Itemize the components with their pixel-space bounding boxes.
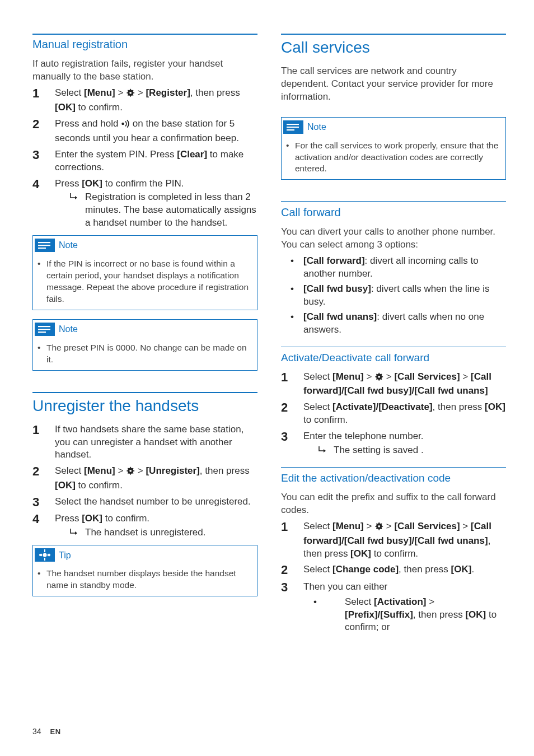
intro-text: If auto registration fails, register you… <box>32 58 257 83</box>
t: , then press <box>200 465 250 476</box>
step-1: 1 Select [Menu] > > [Register], then pre… <box>32 87 257 114</box>
note-icon <box>33 238 57 253</box>
gear-icon <box>126 88 135 101</box>
key-ref: [OK] <box>451 564 472 575</box>
t: > <box>460 371 471 382</box>
callout-body: If the PIN is incorrect or no base is fo… <box>33 255 257 310</box>
step-3: 3 Enter the system PIN. Press [Clear] to… <box>32 148 257 174</box>
page-number: 34 <box>32 727 41 736</box>
key-ref: [OK] <box>465 609 486 620</box>
callout-head: Tip <box>33 545 257 564</box>
t: Select <box>303 371 332 382</box>
t: Select <box>303 521 332 531</box>
menu-ref: [Menu] <box>84 465 115 476</box>
gear-icon <box>374 372 383 385</box>
step-number: 1 <box>281 520 303 534</box>
step-2: 2 Press and hold on the base station for… <box>32 118 257 145</box>
key-ref: [OK] <box>82 178 102 189</box>
t: , then press <box>413 609 466 620</box>
callout-body: For the call services to work properly, … <box>282 137 505 180</box>
callout-label: Note <box>57 323 78 335</box>
step-1: 1 Select [Menu] > > [Call Services] > [C… <box>281 520 506 561</box>
tip-callout: Tip The handset number displays beside t… <box>32 545 257 596</box>
divider <box>32 392 257 393</box>
step-number: 3 <box>281 581 303 594</box>
step-3: 3 Enter the telephone number. The settin… <box>281 430 506 457</box>
step-number: 3 <box>32 496 55 509</box>
step-text: Select [Menu] > > [Register], then press… <box>55 87 257 114</box>
step-text: Select [Menu] > > [Unregister], then pre… <box>55 465 257 492</box>
key-ref: [Clear] <box>177 149 207 160</box>
step-4: 4 Press [OK] to confirm. The handset is … <box>32 512 257 539</box>
step-text: Press and hold on the base station for 5… <box>55 118 257 145</box>
result: Registration is completed in less than 2… <box>55 191 257 230</box>
t: to confirm. <box>303 414 348 425</box>
menu-ref: [Activation] <box>374 596 427 607</box>
t: > <box>115 87 126 98</box>
step-4: 4 Press [OK] to confirm the PIN. Registr… <box>32 178 257 230</box>
menu-ref: [Call fwd unans] <box>303 311 377 322</box>
steps-unregister: 1 If two handsets share the same base st… <box>32 423 257 540</box>
t: Select <box>55 87 84 98</box>
step-number: 4 <box>32 512 55 526</box>
gear-icon <box>374 522 383 535</box>
t: > <box>115 465 126 476</box>
page-lang: EN <box>50 727 60 736</box>
note-callout: Note The preset PIN is 0000. No change c… <box>32 319 257 371</box>
callout-label: Note <box>57 239 78 251</box>
step-text: Press [OK] to confirm. The handset is un… <box>55 512 257 539</box>
menu-ref: [Call forward] <box>303 255 365 266</box>
left-column: Manual registration If auto registration… <box>32 34 257 645</box>
t: to confirm the PIN. <box>102 178 184 189</box>
result-text: The setting is saved . <box>334 444 424 457</box>
step-3: 3 Select the handset number to be unregi… <box>32 496 257 509</box>
intro-text: You can edit the prefix and suffix to th… <box>281 491 506 517</box>
step-text: If two handsets share the same base stat… <box>55 423 257 462</box>
step-text: Select [Activate]/[Deactivate], then pre… <box>303 401 506 427</box>
options-list: [Call forward]: divert all incoming call… <box>281 255 506 337</box>
result-text: The handset is unregistered. <box>85 526 205 539</box>
list-item: [Call forward]: divert all incoming call… <box>281 255 506 281</box>
t: Select <box>345 596 374 607</box>
list-item: [Call fwd busy]: divert calls when the l… <box>281 283 506 309</box>
callout-body: The preset PIN is 0000. No change can be… <box>33 339 257 370</box>
steps-activate: 1 Select [Menu] > > [Call Services] > [C… <box>281 371 506 458</box>
t: The preset PIN is 0000. No change can be… <box>46 342 252 366</box>
menu-ref: [Call fwd busy] <box>303 283 371 294</box>
divider <box>281 347 506 347</box>
t: > <box>383 521 394 531</box>
sub-options: Select [Activation] > [Prefix]/[Suffix],… <box>303 596 506 634</box>
step-number: 1 <box>32 87 55 100</box>
result-text: Registration is completed in less than 2… <box>85 191 257 230</box>
menu-ref: [Change code] <box>332 564 399 575</box>
t: to confirm. <box>371 548 418 559</box>
intro-text: The call services are network and countr… <box>281 65 506 104</box>
step-number: 2 <box>281 401 303 414</box>
step-text: Enter the system PIN. Press [Clear] to m… <box>55 148 257 174</box>
step-3: 3 Then you can either Select [Activation… <box>281 581 506 640</box>
heading-call-forward: Call forward <box>281 205 506 220</box>
divider <box>281 467 506 468</box>
step-1: 1 Select [Menu] > > [Call Services] > [C… <box>281 371 506 398</box>
t: If the PIN is incorrect or no base is fo… <box>46 258 252 305</box>
step-number: 3 <box>32 148 55 162</box>
callout-head: Note <box>33 320 257 339</box>
step-number: 1 <box>281 371 303 384</box>
t: to confirm. <box>76 480 123 491</box>
t: Select <box>303 564 332 575</box>
t: , then press <box>399 564 451 575</box>
menu-ref: [Menu] <box>84 87 115 98</box>
step-text: Enter the telephone number. The setting … <box>303 430 506 457</box>
divider <box>281 201 506 202</box>
page-footer: 34 EN <box>32 726 61 737</box>
result: The setting is saved . <box>303 444 506 457</box>
step-number: 3 <box>281 430 303 444</box>
t: Press <box>55 178 82 189</box>
menu-ref: [Menu] <box>332 371 364 382</box>
menu-ref: [Register] <box>146 87 190 98</box>
menu-ref: [Activate]/[Deactivate] <box>332 402 433 412</box>
result: The handset is unregistered. <box>55 526 257 539</box>
t: For the call services to work properly, … <box>295 140 501 175</box>
t: Press <box>55 513 82 524</box>
menu-ref: [Call Services] <box>394 521 460 531</box>
